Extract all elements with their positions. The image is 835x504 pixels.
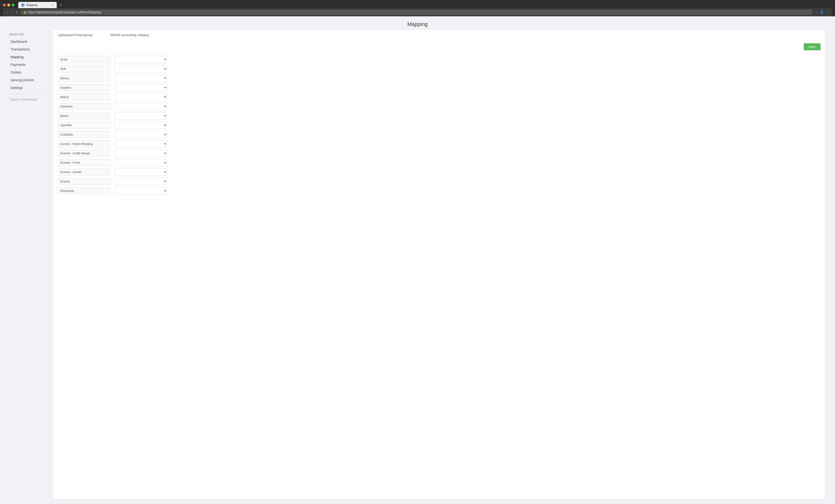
category-select[interactable] (115, 103, 167, 110)
url-bar[interactable]: 🔒 https://lightspeed.integrationmanager.… (20, 9, 813, 15)
table-row (58, 75, 820, 82)
minimize-button[interactable] (7, 4, 10, 6)
category-select-wrapper (115, 168, 167, 176)
product-label (58, 187, 110, 194)
product-label (58, 122, 110, 129)
product-label (58, 103, 110, 110)
forward-nav-button[interactable]: › (11, 10, 14, 15)
product-input (58, 112, 110, 119)
category-select-wrapper (115, 178, 167, 185)
product-label (58, 178, 110, 185)
product-label (58, 140, 110, 147)
product-input (58, 84, 110, 91)
category-select[interactable] (115, 84, 167, 92)
table-header: Lightspeed Productgroup MEWS accounting … (53, 30, 826, 40)
tab-close-icon[interactable]: × (52, 3, 54, 7)
product-label (58, 56, 110, 63)
url-text: https://lightspeed.integrationmanager.eu… (28, 11, 810, 14)
category-select[interactable] (115, 93, 167, 101)
product-input (58, 56, 110, 63)
category-select-wrapper (115, 65, 167, 73)
product-input (58, 94, 110, 101)
product-input (58, 168, 110, 176)
product-label (58, 159, 110, 166)
table-row (58, 159, 820, 166)
table-row (58, 93, 820, 101)
category-select-wrapper (115, 75, 167, 82)
sidebar-item-settings[interactable]: Settings (9, 84, 48, 92)
category-select[interactable] (115, 75, 167, 82)
category-select[interactable] (115, 131, 167, 138)
new-tab-button[interactable]: + (59, 3, 63, 8)
sidebar-section-label: MEWS PMS (9, 32, 48, 38)
col-category-header: MEWS accounting category (110, 33, 820, 37)
sidebar-item-transactions[interactable]: Transactions (9, 45, 48, 53)
product-input (58, 122, 110, 129)
save-button[interactable]: Save (804, 43, 820, 50)
product-label (58, 131, 110, 138)
page-title: Mapping (0, 16, 835, 30)
main-content: Lightspeed Productgroup MEWS accounting … (53, 30, 826, 499)
col-product-header: Lightspeed Productgroup (58, 33, 110, 37)
bookmark-icon[interactable]: ☆ (815, 11, 818, 14)
table-row (58, 103, 820, 110)
traffic-lights (3, 4, 15, 6)
product-label (58, 94, 110, 101)
product-label (58, 112, 110, 119)
category-select-wrapper (115, 112, 167, 120)
maximize-button[interactable] (12, 4, 15, 6)
sidebar-item-serving-periods[interactable]: Serving periods (9, 76, 48, 84)
menu-icon[interactable]: ⋮ (826, 11, 829, 14)
category-select[interactable] (115, 121, 167, 129)
product-label (58, 150, 110, 157)
table-row (58, 131, 820, 138)
product-label (58, 84, 110, 91)
sidebar-item-outlets[interactable]: Outlets (9, 68, 48, 76)
close-button[interactable] (3, 4, 6, 6)
tab-title: Mapping (26, 3, 38, 7)
table-row (58, 168, 820, 176)
table-row (58, 121, 820, 129)
browser-chrome: M Mapping × + ‹ › ↻ 🔒 https://lightspeed… (0, 0, 835, 16)
reload-button[interactable]: ↻ (16, 11, 19, 14)
category-select-wrapper (115, 103, 167, 110)
category-select[interactable] (115, 159, 167, 166)
tab-favicon: M (21, 3, 24, 7)
table-row (58, 84, 820, 92)
category-select[interactable] (115, 112, 167, 120)
address-bar: ‹ › ↻ 🔒 https://lightspeed.integrationma… (3, 8, 832, 16)
category-select[interactable] (115, 168, 167, 176)
back-to-dashboard-link[interactable]: Back to Dashboard (9, 96, 48, 103)
category-select-wrapper (115, 159, 167, 166)
category-select[interactable] (115, 187, 167, 195)
product-input (58, 140, 110, 147)
back-nav-button[interactable]: ‹ (6, 10, 9, 15)
sidebar-item-payments[interactable]: Payments (9, 61, 48, 68)
category-select[interactable] (115, 65, 167, 73)
product-label (58, 75, 110, 82)
table-row (58, 178, 820, 185)
product-input (58, 150, 110, 157)
table-row (58, 140, 820, 148)
sidebar-item-mapping[interactable]: Mapping (9, 53, 48, 61)
category-select-wrapper (115, 121, 167, 129)
product-label (58, 65, 110, 73)
category-select-wrapper (115, 93, 167, 101)
table-row (58, 187, 820, 195)
category-select-wrapper (115, 187, 167, 195)
product-input (58, 65, 110, 73)
product-input (58, 187, 110, 194)
product-input (58, 159, 110, 166)
lock-icon: 🔒 (23, 11, 27, 14)
product-input (58, 103, 110, 110)
category-select[interactable] (115, 178, 167, 185)
category-select[interactable] (115, 56, 167, 63)
category-select[interactable] (115, 140, 167, 148)
active-tab[interactable]: M Mapping × (18, 2, 57, 8)
category-select-wrapper (115, 149, 167, 157)
sidebar-item-dashboard[interactable]: Dashboard (9, 38, 48, 45)
category-select[interactable] (115, 149, 167, 157)
profile-icon[interactable]: 👤 (820, 11, 824, 14)
table-row (58, 65, 820, 73)
mapping-rows (53, 53, 826, 201)
